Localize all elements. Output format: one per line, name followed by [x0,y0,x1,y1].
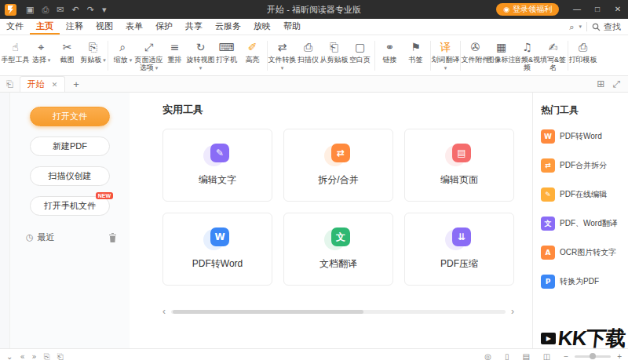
customize-quick-access-icon[interactable]: ▾ [102,0,107,19]
sidebar-button-label: 扫描仪创建 [49,170,92,182]
ribbon-tool[interactable]: ↻旋转视图 ▾ [188,40,214,71]
tab-start[interactable]: 开始 ✕ [20,76,66,92]
maximize-button[interactable]: □ [587,0,608,19]
search-mode-icon[interactable]: ⌕ [569,22,574,32]
ribbon-tool[interactable]: ▦图像标注 [488,40,514,64]
tool-icon: ⌨ [218,40,234,54]
tool-card[interactable]: 文文档翻译 [283,213,393,286]
tool-card[interactable]: ▤编辑页面 [404,129,514,202]
menu-item[interactable]: 云服务 [209,19,247,35]
dropdown-caret-icon: ▾ [154,65,158,71]
hot-tool-item[interactable]: P转换为PDF [541,275,625,289]
read-mode-icon[interactable]: ◎ [484,352,491,361]
expand-view-icon[interactable]: ⤢ [612,78,620,89]
first-page-icon[interactable]: « [20,352,24,361]
tool-card[interactable]: WPDF转Word [162,213,272,286]
ribbon-tool[interactable]: ☝手型工具 [2,40,28,64]
clipboard-icon[interactable]: ⎗ [57,352,64,362]
menu-item[interactable]: 视图 [89,19,119,35]
menu-item[interactable]: 帮助 [277,19,307,35]
ribbon-tool[interactable]: ⎗从剪贴板 [321,40,347,64]
zoom-out-button[interactable]: − [564,352,568,361]
ribbon-tool[interactable]: ⎙扫描仪 [295,40,321,64]
sidebar-button[interactable]: 新建PDF [30,136,110,156]
app-logo-icon[interactable] [5,4,16,16]
continuous-page-icon[interactable]: ▤ [522,352,529,361]
ribbon-tool[interactable]: ✍填写&签名 [540,40,566,71]
tool-label: 空白页 [345,56,374,64]
hot-tool-item[interactable]: AOCR图片转文字 [541,246,625,260]
card-icon: W [203,228,232,250]
tool-card[interactable]: ✎编辑文字 [162,129,272,202]
ribbon-tool[interactable]: ✂截图 [54,40,80,64]
ribbon-tool[interactable]: ⚭链接 [377,40,403,64]
search-caret-icon[interactable]: ▾ [579,24,582,30]
redo-icon[interactable]: ↷ [87,0,94,19]
ribbon-tool[interactable]: ⎙打印模板 [570,40,596,64]
find-button[interactable]: 查找 [592,21,621,33]
ribbon-tool[interactable]: ⌖选择 ▾ [28,40,54,64]
ribbon-tool[interactable]: ♫音频&视频 [514,40,540,71]
ribbon-tool[interactable]: ▢空白页 [347,40,373,64]
snapshot-icon[interactable]: ⎘ [44,352,50,362]
tab-grid-icon[interactable]: ⊞ [597,78,604,89]
menu-item[interactable]: 注释 [60,19,89,35]
document-icon[interactable]: ⎗ [6,79,13,89]
tool-label: 高亮 [238,56,267,64]
single-page-icon[interactable]: ▯ [505,352,509,361]
zoom-slider-thumb[interactable] [590,353,596,359]
tool-card[interactable]: ⇄拆分/合并 [283,129,393,202]
zoom-in-button[interactable]: + [617,352,622,361]
dropdown-caret-icon: ▾ [101,57,105,63]
sidebar-button[interactable]: 扫描仪创建 [30,166,110,186]
nav-panel-toggle-icon[interactable]: ⌄ [6,352,13,361]
save-icon[interactable]: ▣ [26,0,34,19]
sidebar-button[interactable]: 打开文件 [30,107,110,126]
ribbon-tool[interactable]: 译划词翻译 ▾ [433,40,458,71]
ribbon-tool[interactable]: ⌕缩放 ▾ [110,40,136,64]
ribbon-tool[interactable]: ⤢页面适应选项 ▾ [136,40,162,71]
scrollbar-thumb[interactable] [173,310,363,314]
hot-tool-item[interactable]: ✎PDF在线编辑 [541,187,625,202]
minimize-button[interactable]: — [567,0,587,19]
recent-row[interactable]: ◷ 最近 [26,231,117,243]
menu-item[interactable]: 放映 [247,19,277,35]
email-icon[interactable]: ✉ [57,0,64,19]
new-tab-button[interactable]: + [73,78,79,90]
menu-item[interactable]: 主页 [30,19,60,35]
tool-card[interactable]: ⇊PDF压缩 [404,213,514,286]
ribbon-tool[interactable]: ⎘剪贴板 ▾ [80,40,106,64]
ribbon-tool[interactable]: ✇文件附件 [462,40,488,64]
sidebar-button[interactable]: 打开手机文件NEW [30,196,110,216]
ribbon-tool[interactable]: ≡重排 [162,40,188,64]
menu-item[interactable]: 表单 [119,19,149,35]
last-page-icon[interactable]: » [32,352,37,361]
hot-tool-item[interactable]: 文PDF、Word翻译 [541,217,625,231]
close-button[interactable]: ✕ [608,0,628,19]
hot-tool-item[interactable]: ⇄PDF合并拆分 [541,158,625,173]
icon-glyph: ✎ [210,144,229,162]
menu-item[interactable]: 保护 [149,19,179,35]
scroll-right-arrow[interactable]: › [511,306,514,317]
scrollbar-track[interactable] [171,310,506,314]
tab-close-icon[interactable]: ✕ [52,81,58,89]
scroll-left-arrow[interactable]: ‹ [162,306,166,317]
print-icon[interactable]: ⎙ [42,0,49,19]
zoom-slider[interactable] [575,355,611,358]
facing-page-icon[interactable]: ◫ [543,352,550,361]
menu-item[interactable]: 共享 [179,19,209,35]
trash-icon[interactable] [108,233,117,242]
hot-tools-title: 热门工具 [541,104,625,117]
user-icon: ◉ [503,5,509,13]
tool-icon: ≡ [170,40,180,54]
tool-label: 图像标注 [487,56,516,64]
ribbon-tool[interactable]: ✐高亮 [239,40,265,64]
login-button[interactable]: ◉ 登录领福利 [496,3,559,16]
ribbon-tool[interactable]: ⚑书签 [403,40,429,64]
ribbon-tool[interactable]: ⌨打字机 [214,40,239,64]
hot-tool-item[interactable]: WPDF转Word [541,129,625,144]
ribbon-tool[interactable]: ⇄文件转换 ▾ [269,40,295,71]
menu-item[interactable]: 文件 [0,19,30,35]
titlebar-right: ◉ 登录领福利 —□✕ [496,0,628,19]
undo-icon[interactable]: ↶ [71,0,78,19]
